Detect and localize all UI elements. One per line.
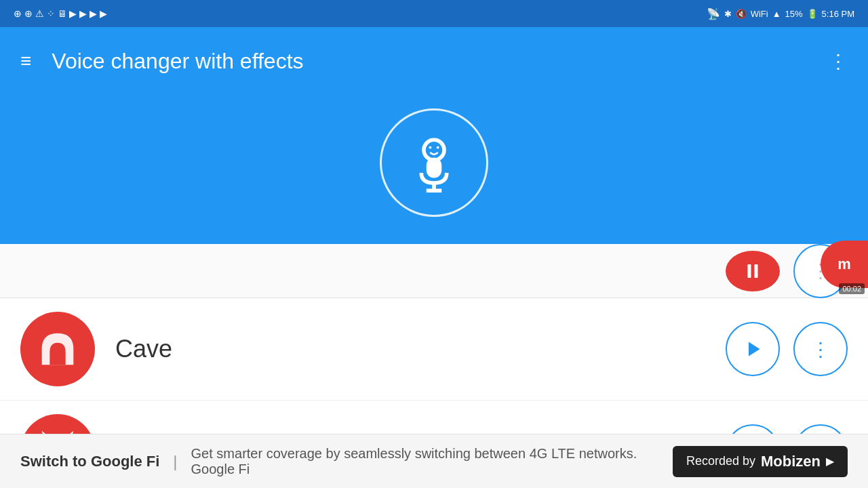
- cave-play-button[interactable]: [726, 322, 780, 376]
- svg-point-1: [429, 146, 432, 149]
- banner-main-text: Get smarter coverage by seamlessly switc…: [191, 446, 673, 477]
- list-item: Cave ⋮: [0, 298, 868, 401]
- app-bar: ≡ Voice changer with effects ⋮: [0, 27, 868, 95]
- more-options-icon[interactable]: ⋮: [829, 50, 848, 73]
- mobizen-badge: m: [821, 241, 868, 288]
- time-display: 5:16 PM: [822, 9, 854, 19]
- svg-rect-3: [427, 158, 442, 178]
- banner-recorded: Recorded by Mobizen ▶: [673, 446, 848, 477]
- mobizen-brand: Mobizen: [761, 453, 821, 470]
- hamburger-menu-icon[interactable]: ≡: [20, 50, 31, 72]
- svg-marker-8: [749, 342, 760, 357]
- battery-percent: 15%: [785, 9, 803, 19]
- cave-icon: [34, 325, 81, 373]
- recorded-by-text: Recorded by: [686, 454, 755, 468]
- wifi-icon: WiFi: [751, 9, 768, 19]
- svg-rect-7: [755, 264, 758, 278]
- status-bar-right: 📡 ✱ 🔇 WiFi ▲ 15% 🔋 5:16 PM: [707, 7, 854, 20]
- status-bar: ⊕ ⊕ ⚠ ⁘ 🖥 ▶ ▶ ▶ ▶ 📡 ✱ 🔇 WiFi ▲ 15% 🔋 5:1…: [0, 0, 868, 27]
- partial-row: ⋮: [0, 244, 868, 298]
- banner-switch-text: Switch to Google Fi: [20, 453, 159, 470]
- battery-icon: 🔋: [807, 9, 818, 19]
- mobizen-logo: m: [837, 256, 851, 273]
- status-bar-left: ⊕ ⊕ ⚠ ⁘ 🖥 ▶ ▶ ▶ ▶: [14, 8, 107, 19]
- bluetooth-icon: ✱: [724, 9, 732, 19]
- cave-actions: ⋮: [726, 322, 848, 376]
- play-arrow-icon: ▶: [826, 455, 834, 468]
- mute-icon: 🔇: [736, 9, 747, 19]
- badge-timer: 00:02: [839, 283, 865, 294]
- svg-rect-6: [748, 264, 751, 278]
- play-icon: [741, 337, 765, 361]
- cave-more-button[interactable]: ⋮: [793, 322, 848, 376]
- pause-button[interactable]: [726, 251, 780, 291]
- pause-icon: [743, 261, 763, 281]
- app-title: Voice changer with effects: [52, 49, 303, 74]
- mic-icon: [403, 132, 465, 193]
- banner-divider: |: [173, 452, 177, 471]
- cave-label: Cave: [115, 335, 726, 363]
- microphone-button[interactable]: [380, 108, 488, 217]
- signal-icon: ▲: [772, 9, 781, 19]
- mic-area: [0, 95, 868, 244]
- cast-icon: 📡: [707, 7, 720, 20]
- svg-point-0: [424, 140, 444, 160]
- cave-icon-wrap: [20, 312, 95, 386]
- notification-icons: ⊕ ⊕ ⚠ ⁘ 🖥 ▶ ▶ ▶ ▶: [14, 8, 107, 19]
- app-bar-left: ≡ Voice changer with effects: [20, 49, 304, 74]
- more-dots-icon: ⋮: [811, 338, 831, 361]
- bottom-banner: Switch to Google Fi | Get smarter covera…: [0, 434, 868, 488]
- svg-point-2: [437, 146, 439, 149]
